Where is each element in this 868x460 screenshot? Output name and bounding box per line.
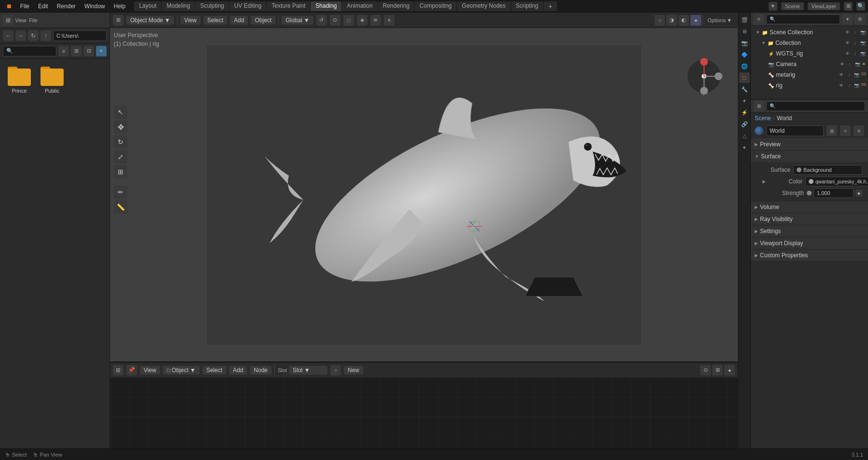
view-btn[interactable]: View: [15, 15, 26, 26]
menu-window[interactable]: Window: [81, 2, 109, 11]
section-ray-vis-header[interactable]: ▶ Ray Visibility: [751, 213, 868, 225]
node-node-menu[interactable]: Node: [250, 366, 271, 375]
options-btn[interactable]: Options ▼: [705, 15, 735, 26]
node-add-menu[interactable]: Add: [229, 366, 247, 375]
strength-animate[interactable]: ◆: [855, 190, 862, 196]
outliner-item-metarig[interactable]: 🦴 metarig 👁 ↕ 📷 33: [751, 70, 868, 80]
viewport-shade-3[interactable]: ◐: [678, 15, 689, 26]
menu-file[interactable]: File: [16, 2, 33, 11]
tool-annotate[interactable]: ✏: [114, 185, 127, 199]
workspace-add[interactable]: +: [543, 1, 557, 11]
viewport-area[interactable]: User Perspective (1) Collection | rig: [110, 28, 738, 362]
workspace-animation[interactable]: Animation: [342, 1, 377, 11]
props-editor-type[interactable]: ⊞: [754, 101, 764, 112]
meta-render-icon[interactable]: 📷: [854, 71, 860, 78]
cam-vis-icon[interactable]: 👁: [839, 61, 845, 68]
prop-icon-particles[interactable]: ✦: [739, 96, 750, 106]
section-settings-header[interactable]: ▶ Settings: [751, 225, 868, 237]
section-viewport-display-header[interactable]: ▶ Viewport Display: [751, 237, 868, 249]
section-volume-header[interactable]: ▶ Volume: [751, 201, 868, 213]
menu-edit[interactable]: Edit: [34, 2, 52, 11]
col-render-icon[interactable]: 📷: [859, 40, 866, 46]
outliner-settings[interactable]: ⚙: [854, 14, 865, 25]
meta-vis-icon[interactable]: 👁: [838, 71, 845, 78]
tool-transform[interactable]: ⊞: [114, 165, 127, 179]
render-engine-icon[interactable]: ▼: [769, 2, 777, 11]
workspace-uv-editing[interactable]: UV Editing: [230, 1, 267, 11]
view-mode-large[interactable]: ⊟: [83, 46, 94, 56]
props-search[interactable]: 🔍: [766, 101, 865, 111]
transform-global[interactable]: Global ▼: [282, 16, 313, 25]
meta-sel-icon[interactable]: ↕: [846, 71, 853, 78]
outliner-item-collection[interactable]: ▼ 📁 Collection 👁 ↕ 📷: [751, 38, 868, 48]
vis-icon[interactable]: 👁: [844, 29, 851, 36]
path-bar[interactable]: C:\Users\: [53, 30, 107, 41]
workspace-texture-paint[interactable]: Texture Paint: [267, 1, 310, 11]
outliner-item-camera[interactable]: 📷 Camera 👁 ↕ 📷 ▲: [751, 59, 868, 70]
object-menu[interactable]: Object: [251, 16, 275, 25]
prop-icon-world[interactable]: 🌐: [739, 61, 750, 71]
render-icon[interactable]: 📷: [859, 29, 866, 36]
menu-help[interactable]: Help: [110, 2, 130, 11]
col-sel-icon[interactable]: ↕: [852, 40, 858, 46]
transform-icon4[interactable]: ◈: [357, 15, 367, 26]
select-menu[interactable]: Select: [203, 16, 227, 25]
workspace-geometry-nodes[interactable]: Geometry Nodes: [457, 1, 511, 11]
viewport-shade-1[interactable]: ○: [654, 15, 665, 26]
prop-icon-constraints[interactable]: 🔗: [739, 119, 750, 129]
cam-sel-icon[interactable]: ↕: [846, 61, 853, 68]
object-mode-dropdown[interactable]: Object Mode ▼: [126, 16, 174, 25]
menu-render[interactable]: Render: [53, 2, 80, 11]
node-snap1[interactable]: ⊙: [700, 365, 711, 376]
blender-icon[interactable]: ■: [3, 1, 15, 12]
tool-move[interactable]: ✥: [114, 120, 127, 134]
world-browse-btn[interactable]: ⊞: [827, 125, 837, 136]
breadcrumb-scene[interactable]: Scene: [755, 115, 771, 122]
outliner-filter[interactable]: ▾: [842, 14, 853, 25]
workspace-rendering[interactable]: Rendering: [378, 1, 414, 11]
scene-name[interactable]: Scene: [781, 2, 804, 10]
tool-rotate[interactable]: ↻: [114, 135, 127, 149]
node-view-menu[interactable]: View: [140, 366, 160, 375]
prop-icon-output[interactable]: 🖥: [739, 26, 750, 37]
section-surface-header[interactable]: ▼ Surface: [751, 151, 868, 162]
prop-icon-physics[interactable]: ⚡: [739, 107, 750, 118]
prop-icon-data[interactable]: △: [739, 130, 750, 141]
proportional-icon[interactable]: ∧: [384, 15, 394, 26]
section-preview-header[interactable]: ▶ Preview: [751, 139, 868, 150]
rig-render-icon[interactable]: 📷: [854, 82, 860, 89]
tool-cursor[interactable]: ↖: [114, 105, 127, 119]
outliner-item-rig[interactable]: 🦴 rig 👁 ↕ 📷 99: [751, 80, 868, 91]
prop-icon-material[interactable]: ●: [739, 142, 750, 153]
workspace-layout[interactable]: Layout: [134, 1, 161, 11]
nav-refresh-btn[interactable]: ↻: [28, 30, 39, 41]
nav-gizmo[interactable]: Z X Y: [685, 57, 723, 96]
prop-icon-scene[interactable]: 🔷: [739, 49, 750, 60]
prop-icon-view-layer[interactable]: 📷: [739, 38, 750, 48]
transform-icon3[interactable]: □: [343, 15, 354, 26]
node-new-btn[interactable]: New: [344, 366, 363, 375]
node-shade[interactable]: ●: [724, 365, 735, 376]
select-btn[interactable]: File: [28, 15, 39, 26]
section-custom-props-header[interactable]: ▶ Custom Properties: [751, 250, 868, 261]
color-prop-value[interactable]: qwantani_puresky_4k.h...: [805, 177, 868, 186]
folder-public[interactable]: Public: [39, 65, 66, 96]
view-mode-list[interactable]: ≡: [58, 46, 69, 56]
transform-icon2[interactable]: ⊙: [330, 15, 340, 26]
folder-prince[interactable]: Prince: [6, 65, 33, 96]
nav-forward-btn[interactable]: →: [15, 30, 26, 41]
prop-icon-object[interactable]: □: [739, 72, 750, 83]
world-unlink-btn[interactable]: ✕: [854, 125, 864, 136]
world-new-btn[interactable]: +: [840, 125, 851, 136]
transform-icon1[interactable]: ↺: [316, 15, 327, 26]
workspace-compositing[interactable]: Compositing: [415, 1, 457, 11]
node-editor-pin[interactable]: 📌: [126, 365, 137, 376]
sel-icon[interactable]: ↕: [852, 29, 858, 36]
search-icon[interactable]: 🔍: [856, 2, 865, 11]
node-sphere-icon[interactable]: ○: [330, 365, 341, 376]
world-name-field[interactable]: World: [766, 125, 824, 136]
add-menu[interactable]: Add: [230, 16, 248, 25]
editor-type-btn[interactable]: ⊞: [3, 15, 14, 26]
filter-btn[interactable]: ▾: [96, 46, 107, 56]
workspace-shading[interactable]: Shading: [311, 1, 341, 11]
